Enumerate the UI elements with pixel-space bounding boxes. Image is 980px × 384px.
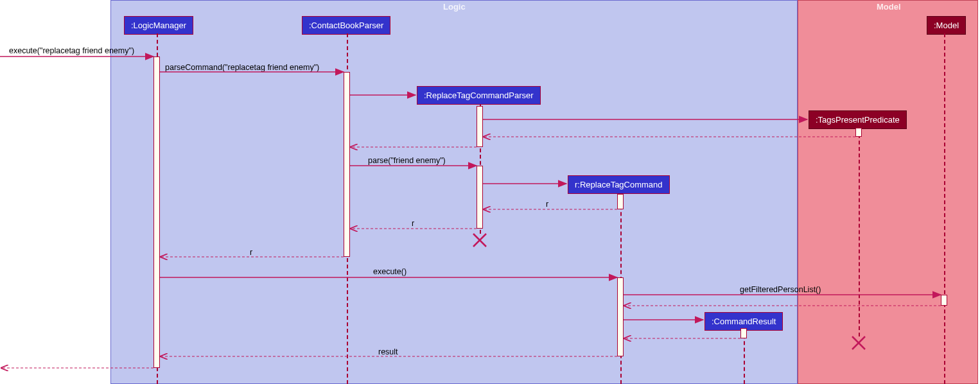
msg-return-r3: r bbox=[250, 248, 252, 257]
logicmanager-activation bbox=[153, 57, 160, 368]
logic-frame bbox=[110, 0, 798, 384]
logicmanager-head: :LogicManager bbox=[124, 16, 193, 35]
msg-getfiltered: getFilteredPersonList() bbox=[740, 285, 821, 294]
commandresult-act bbox=[740, 328, 747, 338]
contactbookparser-activation bbox=[344, 72, 350, 257]
model-frame-label: Model bbox=[877, 2, 901, 12]
msg-execute-in: execute("replacetag friend enemy") bbox=[9, 46, 134, 55]
msg-return-r2: r bbox=[412, 219, 414, 228]
tagspresentpredicate-head: :TagsPresentPredicate bbox=[809, 110, 907, 129]
model-act bbox=[941, 295, 947, 306]
replacetagcommandparser-act1 bbox=[477, 106, 483, 147]
model-lifeline bbox=[944, 33, 945, 384]
replacetagcommand-act2 bbox=[617, 277, 624, 356]
msg-result: result bbox=[378, 347, 398, 356]
replacetagcommandparser-act2 bbox=[477, 166, 483, 229]
logic-frame-label: Logic bbox=[443, 2, 466, 12]
msg-return-r1: r bbox=[546, 200, 548, 209]
tagspresentpredicate-lifeline bbox=[859, 128, 860, 336]
msg-parsecommand: parseCommand("replacetag friend enemy") bbox=[165, 63, 319, 72]
msg-execute-call: execute() bbox=[373, 267, 407, 276]
tagspresentpredicate-act bbox=[855, 128, 862, 137]
replacetagcommandparser-head: :ReplaceTagCommandParser bbox=[417, 86, 541, 105]
contactbookparser-head: :ContactBookParser bbox=[302, 16, 390, 35]
replacetagcommand-act1 bbox=[617, 194, 624, 209]
model-head: :Model bbox=[927, 16, 966, 35]
msg-parse: parse("friend enemy") bbox=[368, 156, 446, 165]
model-frame bbox=[798, 0, 978, 384]
replacetagcommand-head: r:ReplaceTagCommand bbox=[568, 175, 670, 194]
